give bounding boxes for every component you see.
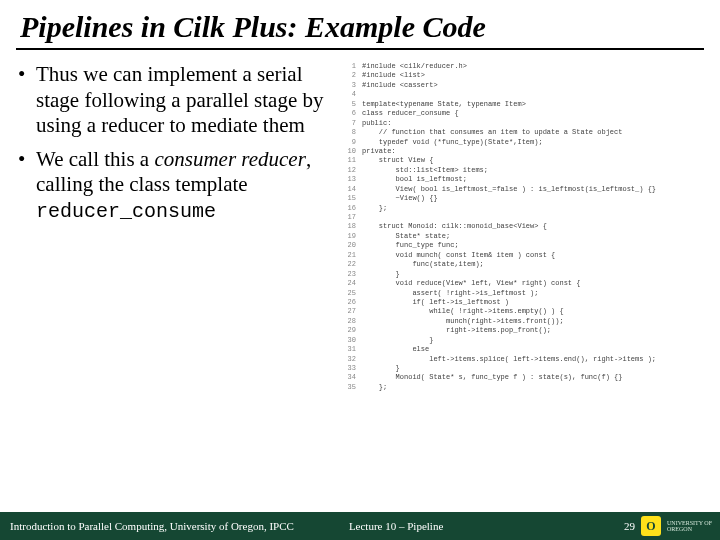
code-line: 5template<typename State, typename Item> <box>340 100 710 109</box>
bullet-list: Thus we can implement a serial stage fol… <box>18 62 330 224</box>
page-number: 29 <box>624 520 635 532</box>
footer-bar: Introduction to Parallel Computing, Univ… <box>0 512 720 540</box>
code-text: #include <cilk/reducer.h> <box>362 62 467 71</box>
code-line: 15 ~View() {} <box>340 194 710 203</box>
slide-body: Thus we can implement a serial stage fol… <box>0 58 720 392</box>
code-line: 35 }; <box>340 383 710 392</box>
code-text: } <box>362 364 400 373</box>
line-number: 17 <box>340 213 356 222</box>
line-number: 28 <box>340 317 356 326</box>
line-number: 35 <box>340 383 356 392</box>
code-text: }; <box>362 383 387 392</box>
code-text: private: <box>362 147 396 156</box>
bullet-item: We call this a consumer reducer, calling… <box>18 147 330 225</box>
code-text: left->items.splice( left->items.end(), r… <box>362 355 656 364</box>
line-number: 3 <box>340 81 356 90</box>
footer-right: 29 O UNIVERSITY OF OREGON <box>591 516 720 536</box>
line-number: 21 <box>340 251 356 260</box>
line-number: 7 <box>340 119 356 128</box>
code-text: bool is_leftmost; <box>362 175 467 184</box>
code-line: 6class reducer_consume { <box>340 109 710 118</box>
code-text: } <box>362 270 400 279</box>
code-line: 31 else <box>340 345 710 354</box>
line-number: 15 <box>340 194 356 203</box>
line-number: 12 <box>340 166 356 175</box>
code-line: 4 <box>340 90 710 99</box>
line-number: 8 <box>340 128 356 137</box>
line-number: 6 <box>340 109 356 118</box>
code-line: 24 void reduce(View* left, View* right) … <box>340 279 710 288</box>
line-number: 2 <box>340 71 356 80</box>
code-text: while( !right->items.empty() ) { <box>362 307 564 316</box>
oregon-logo-text: UNIVERSITY OF OREGON <box>667 520 712 532</box>
code-text: #include <cassert> <box>362 81 438 90</box>
code-text: if( left->is_leftmost ) <box>362 298 509 307</box>
line-number: 25 <box>340 289 356 298</box>
code-line: 9 typedef void (*func_type)(State*,Item)… <box>340 138 710 147</box>
line-number: 11 <box>340 156 356 165</box>
code-text: // function that consumes an item to upd… <box>362 128 622 137</box>
bullet-text: We call this a <box>36 147 154 171</box>
code-text: State* state; <box>362 232 450 241</box>
line-number: 34 <box>340 373 356 382</box>
code-line: 21 void munch( const Item& item ) const … <box>340 251 710 260</box>
code-line: 34 Monoid( State* s, func_type f ) : sta… <box>340 373 710 382</box>
line-number: 26 <box>340 298 356 307</box>
code-column: 1#include <cilk/reducer.h>2#include <lis… <box>338 62 710 392</box>
code-text: void reduce(View* left, View* right) con… <box>362 279 580 288</box>
code-line: 29 right->items.pop_front(); <box>340 326 710 335</box>
code-text: template<typename State, typename Item> <box>362 100 526 109</box>
code-text: func_type func; <box>362 241 459 250</box>
bullet-item: Thus we can implement a serial stage fol… <box>18 62 330 139</box>
code-line: 13 bool is_leftmost; <box>340 175 710 184</box>
line-number: 32 <box>340 355 356 364</box>
code-block: 1#include <cilk/reducer.h>2#include <lis… <box>340 62 710 392</box>
oregon-logo-icon: O <box>641 516 661 536</box>
code-line: 20 func_type func; <box>340 241 710 250</box>
code-line: 22 func(state,item); <box>340 260 710 269</box>
line-number: 23 <box>340 270 356 279</box>
code-text: munch(right->items.front()); <box>362 317 564 326</box>
code-line: 10private: <box>340 147 710 156</box>
line-number: 27 <box>340 307 356 316</box>
footer-left: Introduction to Parallel Computing, Univ… <box>0 520 349 532</box>
code-line: 25 assert( !right->is_leftmost ); <box>340 289 710 298</box>
line-number: 24 <box>340 279 356 288</box>
code-text: public: <box>362 119 391 128</box>
code-line: 33 } <box>340 364 710 373</box>
code-text: ~View() {} <box>362 194 438 203</box>
line-number: 5 <box>340 100 356 109</box>
code-text: func(state,item); <box>362 260 484 269</box>
code-line: 23 } <box>340 270 710 279</box>
footer-center: Lecture 10 – Pipeline <box>349 520 591 532</box>
code-line: 18 struct Monoid: cilk::monoid_base<View… <box>340 222 710 231</box>
code-text: else <box>362 345 429 354</box>
code-line: 28 munch(right->items.front()); <box>340 317 710 326</box>
code-line: 2#include <list> <box>340 71 710 80</box>
line-number: 13 <box>340 175 356 184</box>
line-number: 31 <box>340 345 356 354</box>
bullet-text: reducer_consume <box>36 200 216 223</box>
code-text: struct View { <box>362 156 433 165</box>
code-line: 16 }; <box>340 204 710 213</box>
line-number: 1 <box>340 62 356 71</box>
line-number: 20 <box>340 241 356 250</box>
org-line2: OREGON <box>667 526 712 532</box>
code-text: void munch( const Item& item ) const { <box>362 251 555 260</box>
code-text: } <box>362 336 433 345</box>
code-line: 17 <box>340 213 710 222</box>
code-text: assert( !right->is_leftmost ); <box>362 289 538 298</box>
code-line: 11 struct View { <box>340 156 710 165</box>
line-number: 30 <box>340 336 356 345</box>
code-line: 7public: <box>340 119 710 128</box>
code-text: typedef void (*func_type)(State*,Item); <box>362 138 543 147</box>
code-line: 19 State* state; <box>340 232 710 241</box>
line-number: 19 <box>340 232 356 241</box>
code-text: }; <box>362 204 387 213</box>
code-line: 27 while( !right->items.empty() ) { <box>340 307 710 316</box>
bullets-column: Thus we can implement a serial stage fol… <box>18 62 338 392</box>
code-text: #include <list> <box>362 71 425 80</box>
code-text: right->items.pop_front(); <box>362 326 551 335</box>
line-number: 10 <box>340 147 356 156</box>
title-divider <box>16 48 704 50</box>
